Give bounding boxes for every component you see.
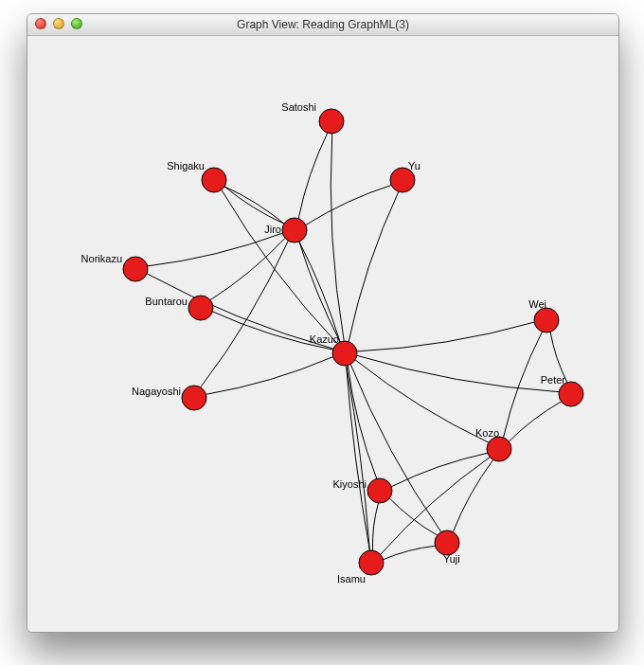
edge	[224, 187, 284, 224]
edge	[347, 366, 370, 550]
node-circle[interactable]	[188, 296, 213, 320]
node-circle[interactable]	[202, 168, 226, 192]
node-circle[interactable]	[319, 109, 344, 134]
node-label: Jiro	[264, 224, 281, 235]
node-label: Kozo	[475, 427, 499, 439]
node-label: Kiyoshi	[333, 478, 367, 490]
graph-node-jiro[interactable]: Jiro	[264, 218, 307, 243]
graph-node-yuji[interactable]: Yuji	[435, 530, 460, 565]
node-circle[interactable]	[182, 386, 206, 410]
edge	[224, 187, 284, 224]
window-title: Graph View: Reading GraphML(3)	[237, 18, 409, 31]
graph-node-buntarou[interactable]: Buntarou	[145, 296, 213, 320]
edge	[347, 366, 370, 550]
graph-node-kozo[interactable]: Kozo	[475, 427, 511, 461]
zoom-icon[interactable]	[71, 18, 82, 29]
edge	[453, 459, 492, 531]
node-label: Norikazu	[81, 253, 122, 264]
edge	[298, 133, 328, 218]
nodes-group: SatoshiShigakuYuJiroNorikazuBuntarouKazu…	[81, 101, 583, 584]
node-label: Yu	[408, 160, 420, 171]
edge	[306, 185, 391, 225]
node-label: Nagayoshi	[132, 386, 181, 397]
graph-node-kiyoshi[interactable]: Kiyoshi	[333, 478, 392, 503]
edge	[148, 233, 283, 266]
node-circle[interactable]	[359, 550, 384, 575]
node-label: Satoshi	[281, 101, 316, 113]
edge	[206, 357, 332, 395]
graph-node-shigaku[interactable]: Shigaku	[167, 160, 226, 192]
node-circle[interactable]	[534, 308, 559, 332]
node-label: Yuji	[443, 553, 460, 565]
edge	[201, 241, 289, 387]
edge	[503, 332, 542, 438]
node-circle[interactable]	[282, 218, 307, 243]
graph-node-kazuo[interactable]: Kazuo	[310, 333, 357, 366]
node-label: Kazuo	[310, 333, 339, 345]
edge	[357, 322, 534, 351]
titlebar[interactable]: Graph View: Reading GraphML(3)	[27, 14, 618, 36]
node-label: Isamu	[337, 573, 366, 584]
edge	[349, 191, 399, 341]
edge	[372, 503, 378, 550]
node-circle[interactable]	[435, 530, 459, 555]
graph-node-nagayoshi[interactable]: Nagayoshi	[132, 386, 206, 410]
edges-group	[147, 133, 567, 559]
edge	[147, 274, 333, 349]
graph-canvas[interactable]: SatoshiShigakuYuJiroNorikazuBuntarouKazu…	[27, 36, 618, 632]
app-window: Graph View: Reading GraphML(3) SatoshiSh…	[27, 13, 619, 633]
edge	[331, 134, 344, 341]
graph-node-yu[interactable]: Yu	[390, 160, 420, 192]
graph-node-peter[interactable]: Peter	[541, 374, 583, 406]
node-circle[interactable]	[123, 257, 148, 281]
graph-node-isamu[interactable]: Isamu	[337, 550, 384, 584]
edge	[384, 546, 436, 559]
graph-node-wei[interactable]: Wei	[528, 298, 559, 332]
node-circle[interactable]	[487, 437, 511, 461]
close-icon[interactable]	[35, 18, 46, 29]
edge	[348, 366, 377, 479]
graph-node-norikazu[interactable]: Norikazu	[81, 253, 148, 281]
edge	[389, 498, 437, 535]
minimize-icon[interactable]	[53, 18, 64, 29]
edge	[509, 402, 561, 441]
graph-node-satoshi[interactable]: Satoshi	[281, 101, 344, 134]
node-label: Shigaku	[167, 160, 205, 171]
edge	[222, 189, 337, 343]
node-circle[interactable]	[367, 478, 392, 503]
node-label: Wei	[528, 298, 546, 310]
node-label: Buntarou	[145, 296, 188, 307]
graph-svg: SatoshiShigakuYuJiroNorikazuBuntarouKazu…	[27, 36, 618, 632]
traffic-lights	[35, 18, 82, 29]
node-label: Peter	[541, 374, 566, 386]
